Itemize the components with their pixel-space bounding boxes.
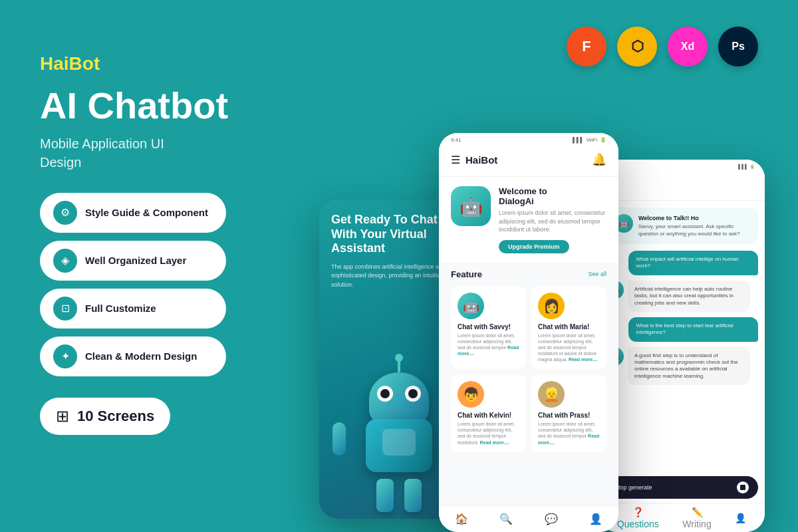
user-nav[interactable]: 👤 — [735, 513, 746, 523]
maria-avatar: 👩 — [538, 293, 565, 319]
welcome-desc: Lorem ipsum dolor sit amet, consectetur … — [499, 209, 606, 234]
explore-nav[interactable]: 🔍 — [499, 513, 513, 525]
kelvin-desc: Lorem ipsum dolor sit amet, consectetur … — [458, 421, 519, 445]
kelvin-avatar: 👦 — [458, 381, 484, 408]
feature-header: Feature See all — [451, 269, 606, 279]
feature-pills: ⚙ Style Guide & Component ◈ Well Organiz… — [40, 193, 293, 376]
welcome-section: 🤖 Welcome toDialogAi Lorem ipsum dolor s… — [439, 177, 618, 263]
customize-icon: ⊡ — [53, 297, 77, 321]
feature-title: Feature — [451, 269, 482, 279]
stop-icon — [737, 481, 749, 493]
questions-nav[interactable]: ❓ Questions — [617, 507, 659, 529]
modern-design-icon: ✦ — [53, 344, 77, 368]
feature-card-maria: 👩 Chat with Maria! Lorem ipsum dolor sit… — [531, 286, 606, 369]
prass-avatar: 👱 — [538, 381, 565, 408]
phone-main-bottom-nav: 🏠 🔍 💬 👤 — [439, 505, 618, 532]
chat-nav[interactable]: 💬 — [545, 513, 558, 525]
bot-bubble-1: Artificial intelligence can help auto ro… — [628, 281, 750, 312]
pill-organized-layer-label: Well Organized Layer — [85, 255, 186, 266]
savvy-name: Chat with Savvy! — [458, 323, 519, 331]
kelvin-name: Chat with Kelvin! — [458, 412, 519, 419]
savvy-avatar: 🤖 — [458, 293, 484, 319]
organized-layer-icon: ◈ — [53, 249, 77, 273]
style-guide-icon: ⚙ — [53, 201, 77, 225]
subtitle: Mobile Application UIDesign — [40, 134, 293, 172]
brand-name: HaiBot — [40, 53, 293, 74]
xd-icon: Xd — [668, 27, 708, 66]
bot-reply-2: 🤖 A good first step is to understand of … — [605, 347, 758, 386]
screens-count: 10 Screens — [77, 408, 154, 425]
tool-icons-container: F ⬡ Xd Ps — [567, 27, 758, 66]
maria-name: Chat with Maria! — [538, 323, 600, 331]
profile-nav[interactable]: 👤 — [589, 513, 602, 525]
phone-main-header: ☰ HaiBot 🔔 — [439, 143, 618, 177]
menu-icon: ☰ — [451, 154, 460, 166]
prass-desc: Lorem ipsum dolor sit amet, consectetur … — [538, 421, 600, 445]
screens-grid-icon: ⊞ — [56, 407, 69, 426]
user-msg-1: What impact will artificial intellige on… — [628, 251, 759, 275]
pill-customize: ⊡ Full Customize — [40, 289, 226, 329]
welcome-text: Welcome toDialogAi Lorem ipsum dolor sit… — [499, 186, 606, 253]
status-bar: 9:41 ▌▌▌WiFi🔋 — [439, 133, 618, 143]
feature-card-prass: 👱 Chat with Prass! Lorem ipsum dolor sit… — [531, 374, 606, 452]
writing-label: Writing — [682, 519, 711, 529]
phones-container: Get Ready To ChatWith Your VirtualAssist… — [293, 80, 798, 532]
chat-status-bar: 9:41 ▌▌▌ 🔋 — [598, 160, 765, 170]
main-title: AI Chatbot — [40, 85, 293, 126]
home-nav[interactable]: 🏠 — [455, 513, 468, 525]
chat-messages: What impact will artificial intellige on… — [598, 251, 765, 385]
questions-label: Questions — [617, 519, 659, 529]
pill-style-guide: ⚙ Style Guide & Component — [40, 193, 226, 233]
screens-badge: ⊞ 10 Screens — [40, 398, 170, 435]
robot-avatar-main: 🤖 — [451, 186, 491, 226]
chat-welcome: 🤖 Welcome to Talk!! Ho Savvy, your smart… — [605, 207, 758, 244]
writing-nav[interactable]: ✏️ Writing — [682, 507, 711, 529]
stop-generate-button[interactable]: Stop generate — [605, 476, 758, 499]
pill-style-guide-label: Style Guide & Component — [85, 207, 208, 218]
prass-name: Chat with Prass! — [538, 412, 600, 419]
phone-main: 9:41 ▌▌▌WiFi🔋 ☰ HaiBot 🔔 🤖 Welcome toDia… — [439, 133, 618, 532]
stop-label: Stop generate — [614, 484, 652, 491]
user-msg-2: What is the best step to start lear arti… — [628, 317, 759, 342]
welcome-title: Welcome toDialogAi — [499, 186, 606, 206]
feature-card-savvy: 🤖 Chat with Savvy! Lorem ipsum dolor sit… — [451, 286, 526, 369]
chat-welcome-text: Welcome to Talk!! Ho Savvy, your smart a… — [638, 214, 749, 237]
pill-modern-design: ✦ Clean & Modern Design — [40, 336, 226, 376]
savvy-desc: Lorem ipsum dolor sit amet, consectetur … — [458, 332, 519, 356]
left-panel: HaiBot AI Chatbot Mobile Application UID… — [40, 53, 293, 435]
pill-customize-label: Full Customize — [85, 303, 156, 314]
chat-header: ← — [598, 170, 765, 201]
ps-icon: Ps — [718, 27, 758, 66]
feature-section: Feature See all 🤖 Chat with Savvy! Lorem… — [439, 263, 618, 459]
chat-bottom-nav: ❓ Questions ✏️ Writing 👤 — [598, 503, 765, 532]
phone-right: 9:41 ▌▌▌ 🔋 ← 🤖 Welcome to Talk!! Ho Savv… — [598, 160, 765, 532]
maria-desc: Lorem ipsum dolor sit amet, consectetur … — [538, 332, 600, 362]
sketch-icon: ⬡ — [617, 27, 657, 66]
bot-reply-1: 🤖 Artificial intelligence can help auto … — [605, 281, 758, 312]
bot-bubble-2: A good first step is to understand of ma… — [628, 347, 750, 386]
notification-icon: 🔔 — [592, 152, 606, 167]
see-all-link[interactable]: See all — [588, 271, 606, 277]
feature-card-kelvin: 👦 Chat with Kelvin! Lorem ipsum dolor si… — [451, 374, 526, 452]
figma-icon: F — [567, 27, 606, 66]
upgrade-premium-button[interactable]: Upgrade Premium — [499, 240, 569, 253]
pill-modern-design-label: Clean & Modern Design — [85, 350, 197, 362]
pill-organized-layer: ◈ Well Organized Layer — [40, 241, 226, 281]
feature-grid: 🤖 Chat with Savvy! Lorem ipsum dolor sit… — [451, 286, 606, 452]
phone-main-logo: HaiBot — [466, 154, 497, 166]
